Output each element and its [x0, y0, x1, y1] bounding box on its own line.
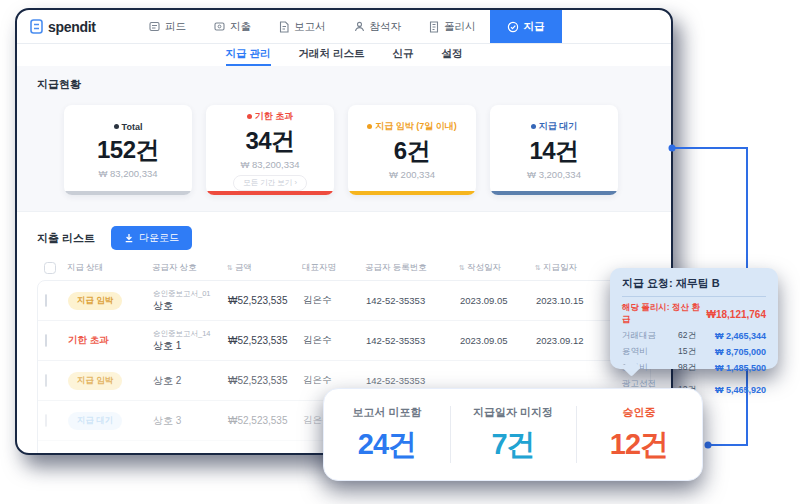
status-card-overdue[interactable]: 기한 초과 34건 ₩ 83,200,334 모든 기간 보기 ›: [206, 105, 334, 195]
subtab-label: 지급 관리: [226, 47, 271, 61]
nav-item-label: 참석자: [370, 20, 402, 34]
brand-logo[interactable]: spendit: [30, 19, 96, 35]
nav-item-payment-active[interactable]: 지급: [490, 10, 562, 43]
card-bottom-bar: [64, 191, 192, 195]
category-label: 용역비: [622, 346, 660, 358]
subtab-label: 신규: [392, 47, 413, 61]
category-amount: ₩ 1,485,500: [696, 363, 766, 373]
amount-cell: ₩52,523,535: [228, 335, 303, 346]
category-label: 거래대금: [622, 330, 660, 342]
amount-cell: ₩52,523,535: [228, 295, 303, 306]
card-label: 지급 대기: [539, 120, 578, 133]
status-badge: 지급 임박: [68, 292, 122, 310]
status-section-title: 지급현황: [37, 77, 671, 92]
bottom-summary-panel: 보고서 미포함 24건 지급일자 미지정 7건 승인중 12건: [323, 388, 703, 481]
table-row[interactable]: 기한 초과 승인중보고서_14 상호 1 ₩52,523,535 김은수 142…: [38, 321, 650, 361]
created-cell: 2023.09.05: [460, 295, 536, 306]
row-checkbox[interactable]: [45, 374, 47, 387]
col-due: 지급일자: [543, 262, 577, 274]
tab-vendor-list[interactable]: 거래처 리스트: [299, 44, 365, 66]
row-checkbox[interactable]: [45, 455, 47, 456]
due-soon-dot-icon: [367, 124, 372, 129]
tab-settings[interactable]: 설정: [441, 44, 462, 66]
tooltip-row: 용역비 15건 ₩ 8,705,000: [622, 346, 766, 358]
col-created: 작성일자: [467, 262, 501, 274]
reg-cell: 142-52-35353: [366, 335, 460, 346]
sort-icon[interactable]: ⇅: [459, 264, 465, 272]
row-checkbox[interactable]: [45, 334, 47, 347]
nav-item-feed[interactable]: 피드: [135, 10, 200, 43]
col-rep: 대표자명: [302, 262, 336, 274]
payment-check-icon: [507, 21, 519, 33]
row-checkbox[interactable]: [45, 414, 47, 427]
card-amount: ₩ 83,200,334: [240, 159, 299, 170]
table-header: 지급 상태 공급자 상호 ⇅금액 대표자명 공급자 등록번호 ⇅작성일자 ⇅지급…: [37, 256, 651, 280]
attendee-icon: [354, 21, 365, 32]
row-checkbox[interactable]: [45, 294, 47, 307]
status-card-due-soon[interactable]: 지급 임박 (7일 이내) 6건 ₩ 200,334: [348, 105, 476, 195]
status-card-total[interactable]: Total 152건 ₩ 83,200,334: [64, 105, 192, 195]
policy-row: 해당 폴리시: 정산 환급 ₩18,121,764: [622, 302, 766, 326]
col-vendor: 공급자 상호: [152, 262, 197, 274]
status-cards: Total 152건 ₩ 83,200,334 기한 초과 34건 ₩ 83,2…: [64, 105, 671, 195]
sort-icon[interactable]: ⇅: [227, 264, 233, 272]
summary-count: 12건: [610, 425, 668, 465]
category-count: 15건: [660, 346, 696, 358]
rep-cell: 김은수: [303, 334, 366, 347]
summary-count: 7건: [491, 425, 534, 465]
summary-approving[interactable]: 승인중 12건: [576, 389, 702, 480]
view-all-period-button[interactable]: 모든 기간 보기 ›: [233, 175, 307, 191]
table-row[interactable]: 지급 임박 승인중보고서_01 상호 ₩52,523,535 김은수 142-5…: [38, 281, 650, 321]
reg-cell: 142-52-35353: [366, 375, 460, 386]
card-count: 152건: [97, 134, 159, 166]
nav-item-label: 지급: [524, 20, 545, 34]
select-all-checkbox[interactable]: [44, 262, 56, 274]
download-button[interactable]: 다운로드: [111, 226, 192, 250]
payment-request-tooltip: 지급 요청: 재무팀 B 해당 폴리시: 정산 환급 ₩18,121,764 거…: [610, 268, 778, 369]
status-card-waiting[interactable]: 지급 대기 14건 ₩ 3,200,334: [490, 105, 618, 195]
status-badge: 지급 대기: [68, 412, 122, 430]
amount-cell: ₩52,523,535: [228, 415, 303, 426]
status-badge: 지급 임박: [68, 372, 122, 390]
nav-item-attendee[interactable]: 참석자: [340, 10, 416, 43]
policy-amount: ₩18,121,764: [707, 309, 767, 320]
download-icon: [124, 233, 134, 243]
overdue-dot-icon: [247, 114, 252, 119]
vendor-name: 상호 4: [153, 455, 228, 456]
category-amount: ₩ 2,465,344: [696, 331, 766, 341]
category-amount: ₩ 5,465,920: [696, 385, 766, 395]
nav-item-policy[interactable]: 폴리시: [415, 10, 490, 43]
report-name: 승인중보고서_01: [153, 289, 228, 299]
category-count: 98건: [660, 362, 696, 374]
summary-label: 지급일자 미지정: [473, 405, 553, 420]
card-amount: ₩ 200,334: [389, 169, 435, 180]
nav-item-report[interactable]: 보고서: [265, 10, 340, 43]
tooltip-row: 교통비 98건 ₩ 1,485,500: [622, 362, 766, 374]
tab-payment-management[interactable]: 지급 관리: [226, 44, 271, 66]
subtab-label: 거래처 리스트: [299, 47, 365, 61]
policy-icon: [429, 21, 439, 33]
amount-cell: ₩52,523,535: [228, 375, 303, 386]
subtab-label: 설정: [441, 47, 462, 61]
card-bottom-bar: [348, 191, 476, 195]
vendor-name: 상호: [153, 299, 228, 312]
vendor-name: 상호 1: [153, 339, 228, 352]
nav-item-expense[interactable]: 지출: [200, 10, 265, 43]
tooltip-title-prefix: 지급 요청:: [622, 277, 673, 289]
category-amount: ₩ 8,705,000: [696, 347, 766, 357]
tab-new[interactable]: 신규: [392, 44, 413, 66]
summary-report-excluded[interactable]: 보고서 미포함 24건: [324, 389, 450, 480]
card-label: Total: [122, 122, 143, 132]
expense-icon: [214, 21, 225, 32]
status-text: 기한 초과: [68, 334, 109, 345]
download-label: 다운로드: [139, 231, 179, 245]
created-cell: 2023.09.05: [460, 335, 536, 346]
nav-item-label: 지출: [230, 20, 251, 34]
card-label: 기한 초과: [255, 110, 294, 123]
summary-label: 승인중: [623, 405, 656, 420]
policy-label: 해당 폴리시: 정산 환급: [622, 302, 707, 326]
report-name: 승인중보고서_14: [153, 329, 228, 339]
summary-payday-unset[interactable]: 지급일자 미지정 7건: [450, 389, 576, 480]
sort-icon[interactable]: ⇅: [535, 264, 541, 272]
card-bottom-bar: [490, 191, 618, 195]
